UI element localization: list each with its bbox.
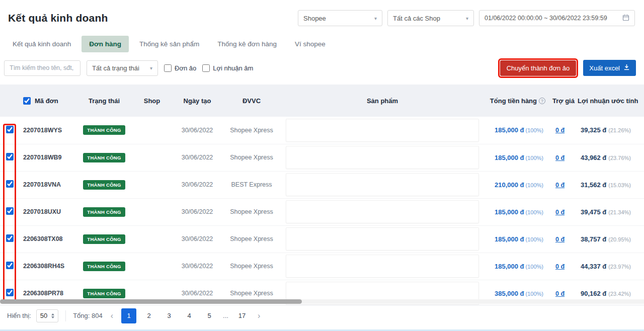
negative-profit-checkbox[interactable] (202, 64, 210, 72)
shop-cell (129, 198, 175, 225)
subsidy-amount[interactable]: 0 đ (555, 236, 565, 243)
row-checkbox[interactable] (6, 180, 14, 188)
profit-cell: 31,562 đ(15.03%) (577, 171, 644, 198)
date-range-picker[interactable]: 01/06/2022 00:00:00 ~ 30/06/2022 23:59:5… (479, 10, 635, 26)
header-status: Trạng thái (79, 85, 129, 117)
page-button-4[interactable]: 4 (182, 308, 197, 323)
row-checkbox[interactable] (6, 234, 14, 242)
profit-amount: 39,325 đ (581, 126, 606, 134)
created-date-cell: 30/06/2022 (175, 253, 219, 280)
row-checkbox[interactable] (6, 153, 14, 160)
shop-cell (129, 117, 175, 144)
page-button-5[interactable]: 5 (202, 308, 217, 323)
total-amount: 185,000 đ (495, 154, 524, 161)
order-table-body: 2207018WYS THÀNH CÔNG 30/06/2022 Shopee … (0, 117, 644, 305)
status-badge: THÀNH CÔNG (83, 207, 125, 217)
table-header-row: Mã đơn Trạng thái Shop Ngày tạo ĐVVC Sản… (0, 85, 644, 117)
virtual-order-checkbox-label[interactable]: Đơn ảo (164, 64, 196, 72)
profit-amount: 31,562 đ (581, 181, 606, 189)
tab-business-results[interactable]: Kết quả kinh doanh (5, 36, 78, 52)
chevron-down-icon: ▾ (466, 16, 468, 21)
table-row[interactable]: 2206308RH4S THÀNH CÔNG 30/06/2022 Shopee… (0, 253, 644, 280)
product-image-placeholder (286, 173, 479, 196)
row-checkbox-cell (0, 144, 19, 171)
status-cell: THÀNH CÔNG (79, 253, 129, 280)
table-row[interactable]: 2207018WYS THÀNH CÔNG 30/06/2022 Shopee … (0, 117, 644, 144)
total-amount: 185,000 đ (495, 235, 524, 243)
total-percent: (100%) (526, 127, 543, 133)
business-results-page: Kết quả kinh doanh Shopee ▾ Tất cả các S… (0, 0, 644, 331)
profit-percent: (21.34%) (608, 209, 631, 215)
subsidy-amount[interactable]: 0 đ (555, 263, 565, 270)
divider (65, 310, 66, 321)
tab-order-stats[interactable]: Thống kê đơn hàng (210, 36, 284, 52)
page-button-2[interactable]: 2 (141, 308, 156, 323)
shop-select-value: Tất cả các Shop (393, 15, 440, 22)
subsidy-amount[interactable]: 0 đ (555, 209, 565, 216)
horizontal-scrollbar-track[interactable] (0, 299, 644, 304)
page-ellipsis: ... (222, 312, 229, 319)
table-row[interactable]: 2206308TX08 THÀNH CÔNG 30/06/2022 Shopee… (0, 225, 644, 253)
shop-cell (129, 225, 175, 253)
status-select-value: Tất cả trạng thái (92, 64, 139, 72)
info-icon[interactable]: ? (539, 98, 545, 104)
date-range-value: 01/06/2022 00:00:00 ~ 30/06/2022 23:59:5… (485, 15, 607, 22)
page-button-1[interactable]: 1 (121, 308, 136, 323)
status-badge: THÀNH CÔNG (83, 180, 125, 190)
subsidy-cell: 0 đ (550, 171, 577, 198)
row-checkbox[interactable] (6, 289, 14, 296)
tab-shopee-wallet[interactable]: Ví shopee (287, 36, 333, 52)
product-cell (284, 117, 481, 144)
tab-orders[interactable]: Đơn hàng (82, 36, 129, 52)
table-row[interactable]: 2207018UXU THÀNH CÔNG 30/06/2022 Shopee … (0, 198, 644, 225)
profit-amount: 38,757 đ (581, 235, 606, 243)
shop-select[interactable]: Tất cả các Shop ▾ (387, 10, 474, 26)
carrier-cell: Shopee Xpress (219, 225, 284, 253)
carrier-cell: BEST Express (219, 171, 284, 198)
status-select[interactable]: Tất cả trạng thái ▾ (87, 60, 158, 76)
status-badge: THÀNH CÔNG (83, 289, 125, 298)
profit-cell: 39,325 đ(21.26%) (577, 117, 644, 144)
prev-page-button[interactable]: ‹ (108, 311, 116, 320)
header-shop: Shop (129, 85, 175, 117)
page-button-17[interactable]: 17 (234, 308, 250, 323)
profit-cell: 43,962 đ(23.76%) (577, 144, 644, 171)
search-input[interactable] (4, 60, 80, 76)
platform-select[interactable]: Shopee ▾ (298, 10, 382, 26)
virtual-order-checkbox[interactable] (164, 64, 172, 72)
page-button-3[interactable]: 3 (162, 308, 177, 323)
subsidy-amount[interactable]: 0 đ (555, 127, 565, 134)
header-profit: Lợi nhuận ước tính (577, 85, 644, 117)
header-product: Sản phẩm (284, 85, 481, 117)
total-count-label: Tổng: 804 (73, 312, 103, 319)
select-all-checkbox[interactable] (23, 97, 31, 105)
table-row[interactable]: 2207018WB9 THÀNH CÔNG 30/06/2022 Shopee … (0, 144, 644, 171)
virtual-order-label: Đơn ảo (175, 64, 196, 72)
carrier-cell: Shopee Xpress (219, 253, 284, 280)
per-page-select[interactable]: 50 (36, 309, 58, 322)
subsidy-amount[interactable]: 0 đ (555, 182, 565, 189)
download-icon (623, 64, 630, 72)
header-order-code: Mã đơn (19, 85, 79, 117)
convert-to-virtual-button[interactable]: Chuyển thành đơn ảo (500, 60, 577, 76)
subsidy-amount[interactable]: 0 đ (555, 154, 565, 161)
next-page-button[interactable]: › (255, 311, 263, 320)
total-percent: (100%) (526, 182, 543, 188)
subsidy-amount[interactable]: 0 đ (555, 290, 565, 297)
row-checkbox[interactable] (6, 207, 14, 215)
product-cell (284, 144, 481, 171)
row-checkbox[interactable] (6, 262, 14, 269)
total-amount-cell: 185,000 đ(100%) (481, 117, 550, 144)
subsidy-cell: 0 đ (550, 144, 577, 171)
negative-profit-checkbox-label[interactable]: Lợi nhuận âm (202, 64, 253, 72)
profit-percent: (23.42%) (608, 291, 631, 297)
row-checkbox[interactable] (6, 126, 14, 133)
horizontal-scrollbar-thumb[interactable] (0, 299, 302, 304)
filter-actions: Chuyển thành đơn ảo Xuất excel (498, 58, 636, 78)
total-amount-cell: 185,000 đ(100%) (481, 144, 550, 171)
total-percent: (100%) (526, 236, 543, 242)
carrier-cell: Shopee Xpress (219, 144, 284, 171)
table-row[interactable]: 2207018VNA THÀNH CÔNG 30/06/2022 BEST Ex… (0, 171, 644, 198)
export-excel-button[interactable]: Xuất excel (583, 60, 636, 76)
tab-product-stats[interactable]: Thống kê sản phẩm (132, 36, 207, 52)
